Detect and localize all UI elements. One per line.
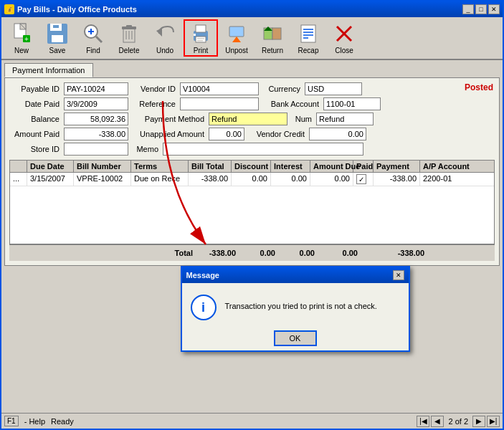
cell-indicator: ... [10, 173, 27, 186]
svg-marker-19 [156, 28, 162, 37]
cell-ap-account: 2200-01 [420, 173, 470, 186]
status-left: F1 - Help Ready [4, 416, 74, 426]
window-controls: _ □ ✕ [462, 4, 500, 14]
cell-payment: -338.00 [374, 173, 420, 186]
tab-bar: Payment Information [4, 63, 500, 77]
num-input[interactable] [316, 113, 374, 125]
dialog-ok-button[interactable]: OK [274, 330, 317, 346]
dialog-title-text: Message [186, 271, 219, 280]
cell-due-date: 3/15/2007 [27, 173, 74, 186]
col-interest: Interest [271, 161, 310, 172]
row-date-reference-bank: Date Paid Reference Bank Account [9, 97, 495, 110]
dialog-close-button[interactable]: ✕ [393, 270, 404, 280]
memo-input[interactable] [163, 143, 363, 156]
cell-bill-total: -338.00 [189, 173, 232, 186]
dialog-body: i Transaction you tried to print is not … [182, 283, 409, 326]
dialog-buttons-area: OK [182, 326, 409, 350]
cell-interest: 0.00 [271, 173, 310, 186]
recap-button[interactable]: Recap [291, 19, 325, 57]
paid-checkbox[interactable]: ✓ [356, 174, 366, 184]
date-paid-input[interactable] [64, 97, 128, 110]
store-id-input[interactable] [64, 143, 128, 156]
cell-paid[interactable]: ✓ [353, 173, 374, 186]
svg-rect-15 [126, 25, 132, 28]
unapplied-amount-label: Unapplied Amount [133, 130, 204, 138]
window-title: Pay Bills - Daily Office Products [17, 5, 137, 14]
dialog-info-icon: i [191, 295, 217, 320]
help-text: - Help [24, 417, 45, 426]
balance-input[interactable] [64, 113, 128, 125]
undo-button[interactable]: Undo [148, 19, 182, 57]
payment-method-label: Payment Method [133, 115, 204, 123]
recap-label: Recap [298, 47, 319, 54]
vendor-credit-input[interactable] [309, 128, 366, 140]
find-icon [82, 22, 105, 45]
toolbar: + New Save [1, 17, 503, 60]
recap-icon [297, 22, 320, 45]
title-bar: 💰 Pay Bills - Daily Office Products _ □ … [1, 1, 503, 17]
status-text: Ready [51, 417, 74, 426]
new-icon: + [10, 22, 33, 45]
save-button[interactable]: Save [40, 19, 75, 57]
print-button[interactable]: Print [184, 19, 218, 57]
vendor-id-input[interactable] [180, 82, 259, 95]
col-terms: Terms [131, 161, 189, 172]
date-paid-label: Date Paid [9, 100, 60, 108]
svg-rect-21 [196, 25, 206, 32]
delete-label: Delete [119, 47, 140, 54]
reference-label: Reference [133, 100, 176, 108]
cell-amount-due: 0.00 [310, 173, 353, 186]
store-id-label: Store ID [9, 145, 60, 153]
new-button[interactable]: + New [4, 19, 39, 57]
return-icon [261, 22, 284, 45]
col-amount-due: Amount Due [310, 161, 353, 172]
svg-rect-25 [197, 40, 203, 42]
message-dialog-overlay: Message ✕ i Transaction you tried to pri… [87, 189, 503, 429]
row-balance-payment-num: Balance Payment Method Num [9, 113, 495, 125]
currency-input[interactable] [305, 82, 362, 95]
window-close-button[interactable]: ✕ [488, 4, 500, 14]
close-toolbar-button[interactable]: Close [327, 19, 361, 57]
col-ap-account: A/P Account [420, 161, 470, 172]
balance-label: Balance [9, 115, 60, 123]
payment-information-tab[interactable]: Payment Information [4, 63, 93, 77]
payable-id-input[interactable] [64, 82, 128, 95]
close-toolbar-icon [333, 22, 356, 45]
close-toolbar-label: Close [335, 47, 353, 54]
table-row[interactable]: ... 3/15/2007 VPRE-10002 Due on Rece -33… [10, 173, 494, 186]
bank-account-label: Bank Account [263, 100, 319, 108]
maximize-button[interactable]: □ [475, 4, 487, 14]
payment-method-input[interactable] [209, 113, 287, 125]
svg-rect-22 [196, 37, 206, 42]
row-payable-vendor-currency: Payable ID Vendor ID Currency [9, 82, 495, 95]
message-dialog: Message ✕ i Transaction you tried to pri… [181, 266, 410, 352]
print-icon [189, 22, 212, 45]
minimize-button[interactable]: _ [462, 4, 474, 14]
col-paid: Paid [353, 161, 374, 172]
unpost-icon [225, 22, 248, 45]
undo-icon [153, 22, 176, 45]
return-button[interactable]: Return [255, 19, 290, 57]
save-icon [46, 22, 69, 45]
find-button[interactable]: Find [76, 19, 110, 57]
col-discount: Discount [232, 161, 271, 172]
vendor-credit-label: Vendor Credit [249, 130, 305, 138]
f1-help-key[interactable]: F1 [4, 416, 19, 426]
posted-status: Posted [465, 82, 493, 92]
new-label: New [14, 47, 29, 54]
svg-marker-27 [232, 37, 241, 42]
svg-rect-7 [52, 35, 63, 42]
payable-id-label: Payable ID [9, 85, 60, 93]
amount-paid-input[interactable] [64, 128, 128, 140]
delete-button[interactable]: Delete [112, 19, 146, 57]
cell-bill-number: VPRE-10002 [74, 173, 131, 186]
col-payment: Payment [374, 161, 420, 172]
print-label: Print [194, 47, 209, 54]
unapplied-amount-input[interactable] [209, 128, 244, 140]
unpost-button[interactable]: Unpost [219, 19, 254, 57]
reference-input[interactable] [180, 97, 259, 110]
app-icon: 💰 [4, 4, 14, 14]
col-bill-total: Bill Total [189, 161, 232, 172]
bank-account-input[interactable] [323, 97, 381, 110]
cell-terms: Due on Rece [131, 173, 189, 186]
